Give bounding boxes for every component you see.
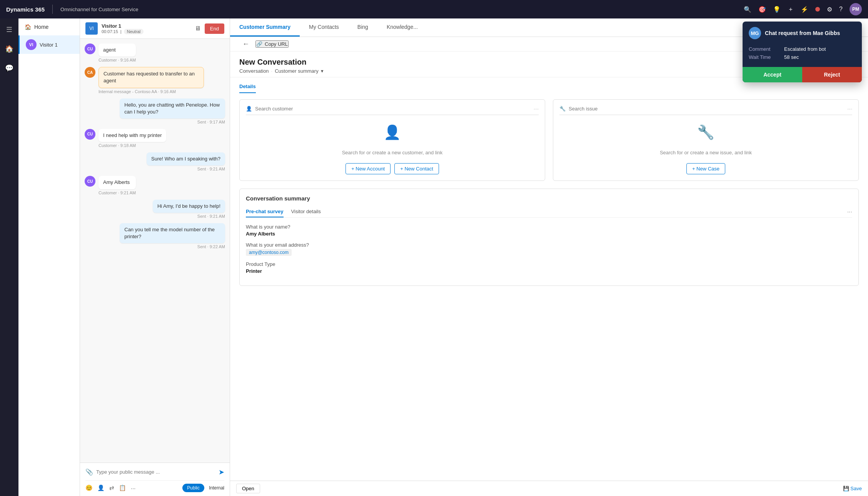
issue-empty-icon: 🔧	[697, 124, 714, 140]
topbar-app: Omnichannel for Customer Service	[60, 7, 138, 12]
conv-header-avatar: VI	[85, 22, 98, 35]
conv-header-info: Visitor 1 00:07:15 | Neutral	[102, 23, 191, 34]
transfer-icon[interactable]: ⇄	[109, 484, 114, 491]
msg-bubble: I need help with my printer	[98, 129, 166, 142]
summary-value-name: Amy Alberts	[246, 231, 852, 237]
msg-content: Hi Amy, I'd be happy to help! Sent · 9:2…	[153, 200, 225, 219]
plus-icon[interactable]: ＋	[788, 5, 794, 13]
send-icon[interactable]: ➤	[219, 468, 224, 476]
agent-icon[interactable]: 👤	[97, 484, 105, 491]
summary-value-email: amy@contoso.com	[246, 249, 292, 256]
panel-content: New Conversation Conversation · Customer…	[230, 52, 868, 481]
pre-chat-tab[interactable]: Pre-chat survey	[246, 206, 284, 217]
chat-sidebar-icon[interactable]: 💬	[3, 62, 16, 75]
public-button[interactable]: Public	[182, 484, 204, 492]
copy-url-button[interactable]: 🔗 Copy URL	[255, 40, 289, 48]
summary-more-btn[interactable]: ···	[847, 209, 852, 215]
msg-avatar: CU	[85, 43, 95, 54]
status-dot[interactable]	[815, 7, 820, 12]
msg-content: Amy Alberts Customer · 9:21 AM	[98, 176, 136, 195]
chat-popup-wait-row: Wait Time 58 sec	[749, 54, 856, 60]
msg-time: Customer · 9:16 AM	[98, 58, 136, 62]
tab-customer-summary[interactable]: Customer Summary	[230, 18, 300, 37]
target-icon[interactable]: 🎯	[758, 6, 766, 13]
accept-button[interactable]: Accept	[743, 67, 802, 82]
reject-button[interactable]: Reject	[802, 67, 862, 82]
menu-icon[interactable]: ☰	[4, 23, 15, 36]
bulb-icon[interactable]: 💡	[773, 6, 781, 13]
new-account-button[interactable]: + New Account	[346, 163, 391, 174]
bottom-bar: Open 💾 Save	[230, 481, 868, 496]
topbar-icons: 🔍 🎯 💡 ＋ ⚡ ⚙ ? PM	[744, 3, 862, 15]
customer-empty-text: Search for or create a new customer, and…	[342, 150, 443, 155]
home-nav-item[interactable]: 🏠 Home	[18, 18, 80, 35]
details-tab[interactable]: Details	[239, 80, 256, 93]
internal-button[interactable]: Internal	[209, 485, 224, 491]
new-case-button[interactable]: + New Case	[686, 163, 725, 174]
message-row: Hi Amy, I'd be happy to help! Sent · 9:2…	[85, 200, 225, 219]
search-icon[interactable]: 🔍	[744, 6, 751, 13]
issue-search-input[interactable]	[569, 106, 847, 112]
customer-card-actions: + New Account + New Contact	[346, 163, 439, 174]
tab-my-contacts[interactable]: My Contacts	[300, 18, 348, 37]
comment-label: Comment	[749, 46, 780, 52]
comment-value: Escalated from bot	[784, 46, 826, 52]
filter-icon[interactable]: ⚡	[801, 6, 808, 13]
msg-avatar: CU	[85, 129, 95, 140]
visitor-details-tab[interactable]: Visitor details	[291, 206, 321, 217]
summary-value-product: Printer	[246, 268, 852, 274]
msg-bubble: Customer has requested to transfer to an…	[98, 67, 204, 88]
conversation-panel: VI Visitor 1 00:07:15 | Neutral 🖥 End CU…	[80, 18, 230, 496]
msg-content: agent Customer · 9:16 AM	[98, 43, 136, 62]
msg-bubble: Amy Alberts	[98, 176, 136, 189]
attachment-icon[interactable]: 📎	[85, 468, 93, 476]
chat-popup-comment-row: Comment Escalated from bot	[749, 46, 856, 52]
new-contact-button[interactable]: + New Contact	[394, 163, 439, 174]
home-nav-icon: 🏠	[25, 24, 31, 30]
message-row: Sure! Who am I speaking with? Sent · 9:2…	[85, 152, 225, 171]
save-button[interactable]: 💾 Save	[843, 486, 862, 491]
save-icon: 💾	[843, 486, 849, 491]
msg-time: Sent · 9:21 AM	[147, 167, 225, 171]
chat-popup-avatar: MG	[749, 27, 761, 39]
help-icon[interactable]: ?	[839, 6, 843, 13]
visitor-avatar: VI	[26, 39, 37, 50]
summary-field-product: Product Type Printer	[246, 261, 852, 274]
monitor-icon[interactable]: 🖥	[195, 25, 201, 32]
open-button[interactable]: Open	[236, 484, 260, 493]
more-icon[interactable]: ···	[131, 485, 136, 491]
topbar-brand: Dynamics 365	[6, 6, 45, 13]
avatar[interactable]: PM	[850, 3, 862, 15]
tab-bing[interactable]: Bing	[348, 18, 377, 37]
customer-search-card: 👤 --- 👤 Search for or create a new custo…	[239, 99, 545, 181]
home-sidebar-icon[interactable]: 🏠	[3, 42, 16, 55]
note-icon[interactable]: 📋	[119, 484, 126, 491]
topbar: Dynamics 365 Omnichannel for Customer Se…	[0, 0, 868, 18]
message-row: CU I need help with my printer Customer …	[85, 129, 225, 148]
summary-field-name: What is your name? Amy Alberts	[246, 224, 852, 237]
settings-icon[interactable]: ⚙	[827, 6, 832, 13]
tab-knowledge[interactable]: Knowledge...	[377, 18, 427, 37]
breadcrumb-chevron[interactable]: ▾	[321, 68, 324, 74]
customer-search-row: 👤 ---	[246, 106, 539, 115]
visitor-nav-item[interactable]: VI Visitor 1	[18, 35, 80, 54]
issue-search-row: 🔧 ---	[559, 106, 852, 115]
emoji-icon[interactable]: 😊	[85, 484, 93, 491]
chat-popup-fields: Comment Escalated from bot Wait Time 58 …	[743, 45, 862, 67]
msg-time: Sent · 9:17 AM	[120, 120, 225, 124]
summary-label-product: Product Type	[246, 261, 852, 267]
msg-avatar: CA	[85, 67, 95, 78]
issue-empty-text: Search for or create a new issue, and li…	[660, 150, 752, 155]
end-button[interactable]: End	[205, 23, 224, 34]
summary-title: Conversation summary	[246, 195, 852, 202]
message-input[interactable]	[96, 467, 215, 477]
conversation-summary-card: Conversation summary Pre-chat survey Vis…	[239, 189, 859, 286]
customer-search-input[interactable]	[255, 106, 534, 112]
back-button[interactable]: ←	[239, 40, 252, 48]
issue-search-dots: ---	[847, 106, 852, 112]
msg-bubble: Can you tell me the model number of the …	[120, 223, 225, 243]
chat-popup-header: MG Chat request from Mae Gibbs	[743, 22, 862, 45]
summary-field-email: What is your email address? amy@contoso.…	[246, 242, 852, 256]
two-col-layout: 👤 --- 👤 Search for or create a new custo…	[239, 99, 859, 181]
issue-search-icon: 🔧	[559, 106, 566, 112]
